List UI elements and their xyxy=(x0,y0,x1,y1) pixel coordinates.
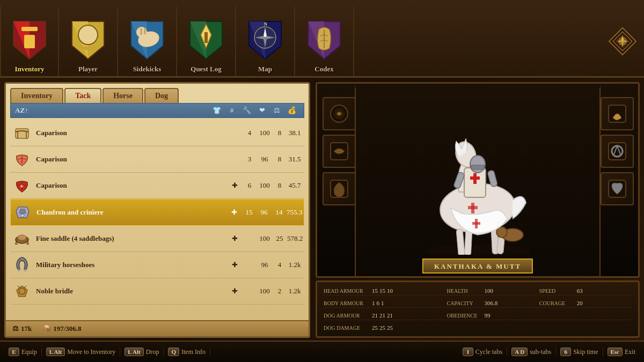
sort-indicator[interactable]: AZ↑ xyxy=(15,106,209,115)
label-exit: Exit xyxy=(625,348,635,356)
nav-sidekicks[interactable]: Sidekicks xyxy=(118,6,177,76)
nav-sidekicks-label: Sidekicks xyxy=(133,65,162,73)
item-row[interactable]: ✚ Caparison ✚ 6 100 8 45.7 xyxy=(10,173,304,199)
item-icon-saddle xyxy=(12,229,32,248)
key-ad: A D xyxy=(511,348,528,356)
nav-map[interactable]: N Map xyxy=(236,6,295,76)
right-panel: KANTHAKA & MUTT HEAD ARMOUR 15 15 10 HEA… xyxy=(316,82,640,338)
nav-player[interactable]: Player xyxy=(59,6,118,76)
item-cond-3: 100 xyxy=(257,181,272,190)
nav-map-shield: N xyxy=(245,17,286,63)
inventory-tabs: Inventory Tack Horse Dog xyxy=(6,84,309,103)
label-equip: Equip xyxy=(21,348,37,356)
nav-codex-label: Codex xyxy=(314,65,333,73)
item-row[interactable]: Military horseshoes ✚ 96 4 1.2k xyxy=(10,252,304,278)
item-price-saddle: 578.2 xyxy=(287,234,302,243)
dog-armour-label: DOG ARMOUR xyxy=(324,313,372,319)
label-subtabs: sub-tabs xyxy=(530,348,551,356)
hotkey-drop: L Alt Drop xyxy=(120,348,164,356)
top-nav-decoration xyxy=(354,6,644,76)
tab-dog[interactable]: Dog xyxy=(144,88,179,103)
svg-rect-16 xyxy=(18,269,20,271)
item-list: Caparison 4 100 8 38.1 Caparison 3 96 xyxy=(6,118,309,320)
nav-inventory-shield xyxy=(10,17,50,63)
main-content: Inventory Tack Horse Dog AZ↑ 👕 # 🔧 ❤ ⚖ 💰 xyxy=(0,79,644,341)
nav-questlog-shield xyxy=(186,17,226,63)
top-navigation: Inventory Player Sidekick xyxy=(0,0,644,78)
item-weight-chanfron: 14 xyxy=(272,208,287,217)
item-row[interactable]: Fine saddle (4 saddlebags) ✚ 100 25 578.… xyxy=(10,226,304,252)
col-extra-icon: 💰 xyxy=(284,106,299,115)
body-armour-val-1: 1 xyxy=(372,300,375,306)
col-type-icon: 👕 xyxy=(209,106,224,115)
item-cross-bridle: ✚ xyxy=(227,287,242,295)
speed-label: SPEED xyxy=(539,288,577,294)
nav-questlog-label: Quest Log xyxy=(191,65,221,73)
item-row[interactable]: Caparison 3 96 8 31.5 xyxy=(10,146,304,173)
hotkey-equip: E Equip xyxy=(4,348,42,356)
nav-map-label: Map xyxy=(258,65,272,73)
item-name-caparison-3: Caparison xyxy=(36,181,227,190)
head-armour-label: HEAD ARMOUR xyxy=(324,288,372,294)
item-weight-saddle: 25 xyxy=(272,234,287,243)
item-cond-1: 100 xyxy=(257,129,272,137)
nav-questlog[interactable]: Quest Log xyxy=(177,6,236,76)
obedience-val: 99 xyxy=(485,312,491,319)
dog-armour-val-2: 21 xyxy=(379,312,385,319)
col-price-icon: ⚖ xyxy=(269,106,284,115)
stats-panel: HEAD ARMOUR 15 15 10 HEALTH 100 SPEED 63… xyxy=(316,280,640,338)
character-name: KANTHAKA & MUTT xyxy=(434,262,521,270)
item-cond-chanfron: 96 xyxy=(257,208,272,217)
label-skiptime: Skip time xyxy=(573,348,598,356)
head-armour-val-1: 15 xyxy=(372,287,378,294)
svg-text:✚: ✚ xyxy=(20,184,24,189)
item-price-1: 38.1 xyxy=(287,129,302,137)
character-nameplate: KANTHAKA & MUTT xyxy=(422,258,533,274)
item-row[interactable]: Noble bridle ✚ 100 2 1.2k xyxy=(10,278,304,305)
tab-horse[interactable]: Horse xyxy=(103,88,143,103)
key-i: I xyxy=(463,348,473,356)
item-cross-chanfron: ✚ xyxy=(226,208,241,217)
item-name-bridle: Noble bridle xyxy=(36,287,227,295)
tab-tack[interactable]: Tack xyxy=(64,88,101,103)
item-row[interactable]: Caparison 4 100 8 38.1 xyxy=(10,120,304,146)
body-armour-label: BODY ARMOUR xyxy=(324,300,372,306)
weight-icon: ⚖ xyxy=(12,324,19,333)
item-cross-saddle: ✚ xyxy=(227,234,242,243)
item-icon-caparison-3: ✚ xyxy=(12,176,32,195)
obedience-label: OBEDIENCE xyxy=(447,313,485,319)
tab-inventory[interactable]: Inventory xyxy=(10,88,63,103)
item-cond-horseshoes: 96 xyxy=(257,261,272,269)
nav-player-label: Player xyxy=(78,65,98,73)
svg-rect-7 xyxy=(204,32,208,43)
item-icon-caparison-1 xyxy=(12,123,32,143)
weight-value: 17k xyxy=(21,324,32,333)
inventory-footer: ⚖ 17k 📦 197/306.8 xyxy=(6,320,309,336)
item-name-caparison-2: Caparison xyxy=(36,155,242,164)
svg-point-27 xyxy=(424,245,531,255)
svg-rect-1 xyxy=(24,35,35,48)
nav-sidekicks-shield xyxy=(127,17,167,63)
body-armour-val-3: 1 xyxy=(381,300,384,306)
item-cross-horseshoes: ✚ xyxy=(227,261,242,269)
body-armour-val-2: 6 xyxy=(377,300,380,306)
item-row-selected[interactable]: Chanfron and criniere ✚ 15 96 14 755.3 xyxy=(10,199,304,226)
item-cond-2: 96 xyxy=(257,155,272,164)
dog-damage-val-3: 25 xyxy=(387,324,393,331)
capacity-val: 306.8 xyxy=(485,300,498,306)
svg-point-15 xyxy=(18,235,26,240)
item-icon-chanfron xyxy=(13,203,32,222)
item-weight-2: 8 xyxy=(272,155,287,164)
nav-player-shield xyxy=(68,17,108,63)
svg-rect-6 xyxy=(144,28,146,34)
col-cond-icon: 🔧 xyxy=(239,106,254,115)
hotkey-exit: Esc Exit xyxy=(603,348,640,356)
dog-damage-val-2: 25 xyxy=(379,324,385,331)
item-icon-bridle xyxy=(12,282,32,301)
item-weight-horseshoes: 4 xyxy=(272,261,287,269)
key-6: 6 xyxy=(560,348,571,356)
nav-codex[interactable]: Codex xyxy=(295,6,354,76)
capacity-icon: 📦 xyxy=(42,324,51,333)
key-lalt-2: L Alt xyxy=(125,348,144,356)
nav-inventory[interactable]: Inventory xyxy=(0,6,59,76)
